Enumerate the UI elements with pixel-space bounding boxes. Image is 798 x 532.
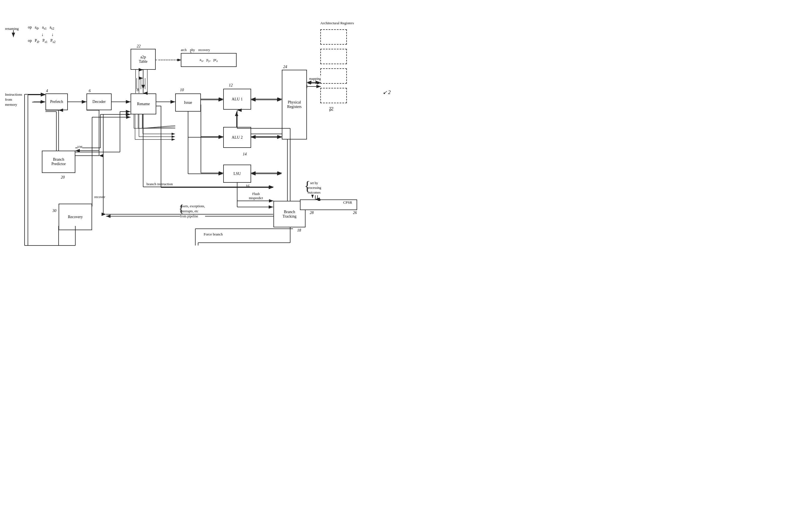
diagram: renaming op ad, as1 as2 ↓ ↓ op Pd, Ps1 P… [0,0,399,266]
branch-tracking-number: 18 [297,228,301,233]
decoder-number: 6 [89,89,91,93]
svg-line-54 [142,126,175,128]
a2p-table-box: a2p Table [131,49,156,70]
branch-predictor-number: 20 [61,175,65,180]
branch-predictor-box: Branch Predictor [42,151,75,173]
aborts-brace: { [178,203,184,214]
set-by-brace: { [304,180,310,192]
flush-mispredict-label: Flushmispredict [249,192,263,200]
arch-reg-box1 [320,29,347,45]
alu1-box: ALU 1 [223,89,251,110]
architectural-registers-label: Architectural Registers [320,21,354,25]
alu1-number: 12 [229,83,233,88]
alu2-box: ALU 2 [223,127,251,148]
cpsr-label: CPSR [343,200,352,205]
rename-number: 8 [137,88,139,92]
op-notation-bottom: op Pd, Ps1 Ps2 [28,38,56,44]
decoder-box: Decoder [87,93,112,110]
prefetch-number: 4 [46,89,48,93]
arch-phy-recovery-labels: arch phy recovery [181,48,210,52]
rename-box: Rename [131,93,156,114]
physical-registers-number: 24 [283,65,287,69]
issue-box: Issue [175,93,201,112]
recover-label: recover [94,195,105,199]
recovery-box: Recovery [59,204,92,230]
diagram-number: ↙ 2 [383,89,391,95]
recovery-number: 30 [53,209,56,213]
t-nt-label: t/nt [78,145,82,149]
mapping-label: mapping [309,77,321,81]
prefetch-box: Prefetch [45,93,68,110]
instructions-from-memory-label: Instructionsfrommemory [5,92,22,108]
issue-number: 10 [180,88,184,92]
a2p-number: 22 [137,44,140,49]
cc-number: 28 [310,211,314,215]
pc-bar-label: p̄c̄ [329,108,334,112]
alu2-number: 14 [243,152,247,156]
arch-reg-box4 [320,88,347,103]
lsu-number: 16 [246,184,249,189]
cpsr-number: 26 [353,211,357,215]
branch-instruction-label: branch instruction [147,182,173,186]
arch-reg-box3 [320,68,347,84]
op-notation-top: op ad, as1 as2 [28,25,54,31]
down-arrow-notation: ↓ ↓ [41,32,54,37]
svg-line-53 [138,127,175,128]
force-branch-label: Force branch [204,232,223,236]
physical-registers-box: PhysicalRegisters [282,70,307,139]
lsu-box: LSU [223,165,251,183]
arch-reg-box2 [320,49,347,64]
renaming-label: renaming [5,26,19,31]
arch-phy-content-box: ax, py, prz [181,53,236,67]
